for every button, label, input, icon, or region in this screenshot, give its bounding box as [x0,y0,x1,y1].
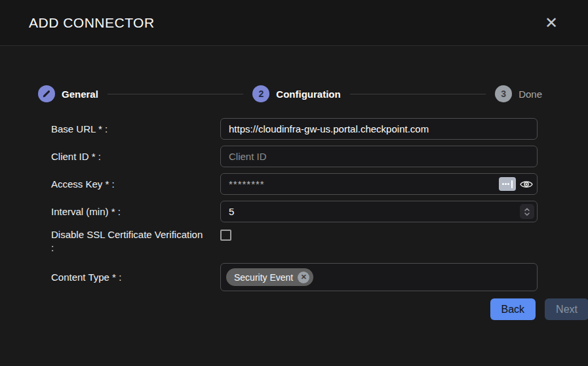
step-done: 3 Done [495,85,542,102]
autofill-ellipsis-icon[interactable] [499,177,516,191]
dialog-title: ADD CONNECTOR [29,15,155,31]
access-key-icons [499,173,533,195]
access-key-row: Access Key * : [51,173,588,195]
base-url-row: Base URL * : [51,118,588,140]
step-general[interactable]: General [38,85,98,102]
step-done-label: Done [519,89,542,100]
tag-remove-icon[interactable]: ✕ [298,272,309,283]
access-key-input[interactable] [220,173,538,195]
close-icon[interactable]: ✕ [541,14,562,32]
next-button[interactable]: Next [545,298,588,320]
client-id-input[interactable] [220,146,538,167]
disable-ssl-checkbox[interactable] [220,230,231,241]
stepper-connector [108,94,243,94]
disable-ssl-row: Disable SSL Certificate Verification : [51,228,588,254]
stepper-connector [350,94,486,94]
interval-input[interactable] [220,201,538,222]
step-configuration[interactable]: 2 Configuration [252,85,340,102]
base-url-label: Base URL * : [51,123,220,136]
tag-security-event: Security Event ✕ [226,268,313,286]
configuration-form: Base URL * : Client ID * : Access Key * … [51,118,588,320]
client-id-row: Client ID * : [51,146,588,167]
access-key-label: Access Key * : [51,178,220,191]
step-3-badge: 3 [495,85,512,102]
step-2-badge: 2 [252,85,269,102]
add-connector-dialog: ADD CONNECTOR ✕ General 2 Configuration … [0,0,588,366]
pencil-icon [38,85,55,102]
interval-row: Interval (min) * : [51,201,588,222]
number-stepper-icon[interactable] [520,204,534,219]
content-type-label: Content Type * : [51,263,220,284]
content-type-row: Content Type * : Security Event ✕ [51,263,588,291]
back-button[interactable]: Back [490,298,536,320]
dialog-footer: Back Next [51,298,588,320]
disable-ssl-label: Disable SSL Certificate Verification : [51,228,220,254]
step-general-label: General [62,89,98,100]
step-configuration-label: Configuration [276,89,340,100]
wizard-stepper: General 2 Configuration 3 Done [38,85,542,102]
tag-label: Security Event [234,272,293,283]
interval-label: Interval (min) * : [51,205,220,218]
eye-icon[interactable] [520,180,533,189]
content-type-input[interactable]: Security Event ✕ [220,263,538,291]
dialog-header: ADD CONNECTOR ✕ [0,0,588,46]
base-url-input[interactable] [220,118,538,140]
client-id-label: Client ID * : [51,150,220,163]
